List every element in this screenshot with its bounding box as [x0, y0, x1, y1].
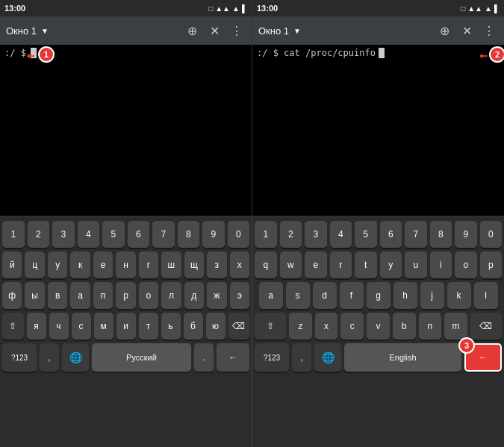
- key-ф[interactable]: ф: [2, 282, 22, 309]
- key-з[interactable]: з: [207, 251, 226, 278]
- key-4[interactable]: 4: [78, 221, 100, 248]
- key-i[interactable]: i: [430, 251, 452, 278]
- key-n[interactable]: n: [419, 313, 442, 340]
- key-ы[interactable]: ы: [25, 282, 44, 309]
- ru-backspace-key[interactable]: ⌫: [228, 313, 250, 340]
- key-b[interactable]: b: [393, 313, 416, 340]
- key-д[interactable]: д: [184, 282, 204, 309]
- key-х[interactable]: х: [230, 251, 249, 278]
- ru-period-key[interactable]: .: [194, 343, 214, 372]
- key-e[interactable]: e: [305, 251, 327, 278]
- ru-space-key[interactable]: Русский: [92, 343, 191, 372]
- key-6[interactable]: 6: [128, 221, 150, 248]
- key-с[interactable]: с: [72, 313, 91, 340]
- key-у[interactable]: у: [48, 251, 67, 278]
- en-key-2[interactable]: 2: [280, 221, 302, 248]
- en-lang-key[interactable]: 🌐: [314, 343, 341, 372]
- key-2[interactable]: 2: [28, 221, 50, 248]
- key-t[interactable]: t: [355, 251, 377, 278]
- key-ч[interactable]: ч: [49, 313, 69, 340]
- en-key-9[interactable]: 9: [455, 221, 477, 248]
- key-й[interactable]: й: [2, 251, 22, 278]
- key-9[interactable]: 9: [202, 221, 225, 248]
- en-backspace-key[interactable]: ⌫: [470, 313, 502, 340]
- key-в[interactable]: в: [48, 282, 67, 309]
- key-w[interactable]: w: [280, 251, 302, 278]
- en-key-1[interactable]: 1: [255, 221, 277, 248]
- right-close-btn[interactable]: ✕: [458, 22, 476, 40]
- key-d[interactable]: d: [313, 282, 337, 309]
- key-е[interactable]: е: [93, 251, 113, 278]
- left-dropdown-btn[interactable]: ▼: [41, 27, 49, 35]
- key-0[interactable]: 0: [228, 221, 250, 248]
- key-1[interactable]: 1: [2, 221, 25, 248]
- key-j[interactable]: j: [420, 282, 444, 309]
- key-h[interactable]: h: [393, 282, 417, 309]
- key-г[interactable]: г: [139, 251, 158, 278]
- key-x[interactable]: x: [315, 313, 338, 340]
- key-q[interactable]: q: [255, 251, 277, 278]
- key-a[interactable]: a: [259, 282, 283, 309]
- key-и[interactable]: и: [116, 313, 136, 340]
- key-м[interactable]: м: [94, 313, 113, 340]
- left-more-btn[interactable]: ⋮: [228, 22, 246, 40]
- en-shift-key[interactable]: ⇧: [255, 313, 286, 340]
- key-y[interactable]: y: [380, 251, 402, 278]
- en-space-key[interactable]: English: [344, 343, 461, 372]
- key-н[interactable]: н: [116, 251, 135, 278]
- right-dropdown-btn[interactable]: ▼: [293, 27, 301, 35]
- ru-enter-key[interactable]: ←: [217, 343, 249, 372]
- en-key-4[interactable]: 4: [330, 221, 352, 248]
- left-terminal[interactable]: :/ $ ← 1: [0, 45, 252, 216]
- key-ю[interactable]: ю: [206, 313, 225, 340]
- key-э[interactable]: э: [230, 282, 249, 309]
- ru-shift-key[interactable]: ⇧: [2, 313, 24, 340]
- ru-lang-key[interactable]: 🌐: [62, 343, 89, 372]
- en-key-0[interactable]: 0: [480, 221, 503, 248]
- key-g[interactable]: g: [367, 282, 391, 309]
- key-u[interactable]: u: [405, 251, 427, 278]
- key-о[interactable]: о: [139, 282, 158, 309]
- key-c[interactable]: c: [340, 313, 364, 340]
- key-m[interactable]: m: [444, 313, 467, 340]
- key-r[interactable]: r: [330, 251, 352, 278]
- key-ж[interactable]: ж: [207, 282, 226, 309]
- key-v[interactable]: v: [367, 313, 390, 340]
- key-o[interactable]: o: [455, 251, 477, 278]
- key-а[interactable]: а: [70, 282, 90, 309]
- key-я[interactable]: я: [27, 313, 46, 340]
- key-f[interactable]: f: [340, 282, 364, 309]
- key-5[interactable]: 5: [102, 221, 125, 248]
- key-п[interactable]: п: [93, 282, 113, 309]
- en-key-6[interactable]: 6: [380, 221, 402, 248]
- key-l[interactable]: l: [474, 282, 498, 309]
- right-terminal[interactable]: :/ $ cat /proc/cpuinfo ← 2: [252, 45, 504, 216]
- key-7[interactable]: 7: [152, 221, 175, 248]
- left-add-btn[interactable]: ⊕: [183, 22, 201, 40]
- en-key-5[interactable]: 5: [355, 221, 377, 248]
- key-p[interactable]: p: [480, 251, 503, 278]
- key-ш[interactable]: ш: [161, 251, 181, 278]
- key-к[interactable]: к: [70, 251, 90, 278]
- key-б[interactable]: б: [184, 313, 203, 340]
- key-ь[interactable]: ь: [161, 313, 181, 340]
- key-т[interactable]: т: [139, 313, 158, 340]
- key-s[interactable]: s: [286, 282, 310, 309]
- key-щ[interactable]: щ: [184, 251, 204, 278]
- key-р[interactable]: р: [116, 282, 135, 309]
- ru-num-sym-key[interactable]: ?123: [2, 343, 37, 372]
- key-л[interactable]: л: [161, 282, 181, 309]
- key-8[interactable]: 8: [178, 221, 200, 248]
- en-key-8[interactable]: 8: [430, 221, 452, 248]
- en-key-3[interactable]: 3: [305, 221, 327, 248]
- en-num-sym-key[interactable]: ?123: [255, 343, 289, 372]
- right-more-btn[interactable]: ⋮: [480, 22, 498, 40]
- en-comma-key[interactable]: ,: [292, 343, 311, 372]
- key-z[interactable]: z: [289, 313, 312, 340]
- ru-comma-key[interactable]: ,: [40, 343, 59, 372]
- en-key-7[interactable]: 7: [405, 221, 427, 248]
- right-add-btn[interactable]: ⊕: [435, 22, 453, 40]
- left-close-btn[interactable]: ✕: [205, 22, 223, 40]
- key-ц[interactable]: ц: [25, 251, 44, 278]
- key-3[interactable]: 3: [52, 221, 75, 248]
